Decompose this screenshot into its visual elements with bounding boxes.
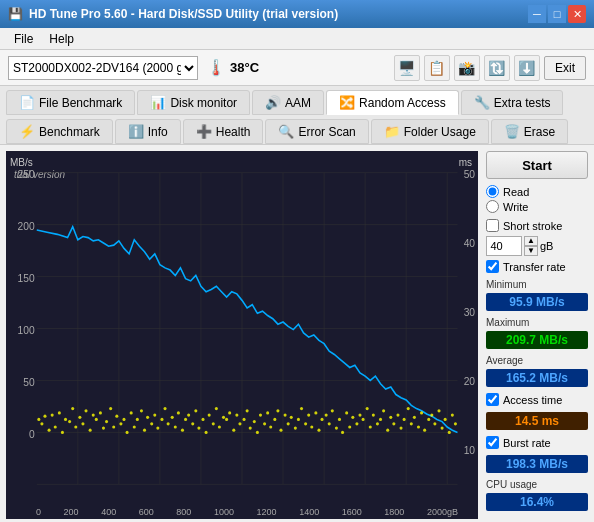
toolbar-icons: 🖥️ 📋 📸 🔃 ⬇️ Exit [394,55,586,81]
tab-extra-tests[interactable]: 🔧 Extra tests [461,90,564,115]
x-axis-labels: 0 200 400 600 800 1000 1200 1400 1600 18… [36,507,458,517]
tab-aam[interactable]: 🔊 AAM [252,90,324,115]
drive-select[interactable]: ST2000DX002-2DV164 (2000 gB) [8,56,198,80]
access-time-input[interactable] [486,393,499,406]
tab-disk-monitor[interactable]: 📊 Disk monitor [137,90,250,115]
read-radio[interactable]: Read [486,185,588,198]
thermometer-icon: 🌡️ [206,58,226,77]
svg-point-62 [153,413,156,416]
icon-btn-4[interactable]: 🔃 [484,55,510,81]
svg-point-91 [253,420,256,423]
svg-point-103 [294,426,297,429]
erase-icon: 🗑️ [504,124,520,139]
tab-bar: 📄 File Benchmark 📊 Disk monitor 🔊 AAM 🔀 … [0,86,594,145]
svg-point-77 [205,431,208,434]
svg-text:0: 0 [29,428,35,440]
svg-point-47 [102,426,105,429]
extra-tests-icon: 🔧 [474,95,490,110]
average-value: 165.2 MB/s [486,369,588,387]
svg-text:100: 100 [18,324,35,336]
svg-point-100 [284,413,287,416]
transfer-rate-checkbox[interactable]: Transfer rate [486,260,588,273]
svg-point-101 [287,422,290,425]
svg-point-92 [256,431,259,434]
icon-btn-3[interactable]: 📸 [454,55,480,81]
menu-file[interactable]: File [6,30,41,48]
svg-point-76 [201,418,204,421]
x-label-200: 200 [64,507,79,517]
icon-btn-2[interactable]: 📋 [424,55,450,81]
svg-point-50 [112,425,115,428]
svg-point-33 [54,425,57,428]
start-button[interactable]: Start [486,151,588,179]
svg-text:200: 200 [18,220,35,232]
svg-point-39 [74,425,77,428]
spin-up-button[interactable]: ▲ [524,236,538,246]
svg-point-118 [345,411,348,414]
close-button[interactable]: ✕ [568,5,586,23]
svg-point-142 [427,418,430,421]
toolbar: ST2000DX002-2DV164 (2000 gB) 🌡️ 38°C 🖥️ … [0,50,594,86]
icon-btn-1[interactable]: 🖥️ [394,55,420,81]
tab-random-access[interactable]: 🔀 Random Access [326,90,459,115]
svg-point-106 [304,422,307,425]
chart-container: MB/s ms trial version 250 200 [6,151,478,519]
x-label-1400: 1400 [299,507,319,517]
burst-rate-value: 198.3 MB/s [486,455,588,473]
svg-point-127 [376,422,379,425]
svg-point-56 [133,425,136,428]
svg-point-78 [208,413,211,416]
svg-point-140 [420,411,423,414]
burst-rate-input[interactable] [486,436,499,449]
svg-point-81 [218,425,221,428]
svg-point-136 [407,407,410,410]
short-stroke-checkbox[interactable]: Short stroke [486,219,588,232]
access-time-checkbox[interactable]: Access time [486,393,588,406]
folder-usage-icon: 📁 [384,124,400,139]
svg-point-96 [269,425,272,428]
svg-point-51 [115,415,118,418]
tab-aam-label: AAM [285,96,311,110]
minimum-value: 95.9 MB/s [486,293,588,311]
tab-info[interactable]: ℹ️ Info [115,119,181,144]
svg-point-111 [320,418,323,421]
svg-point-44 [92,413,95,416]
write-radio[interactable]: Write [486,200,588,213]
svg-point-86 [235,413,238,416]
tab-error-scan[interactable]: 🔍 Error Scan [265,119,368,144]
tab-erase[interactable]: 🗑️ Erase [491,119,568,144]
svg-point-80 [215,407,218,410]
svg-point-46 [99,411,102,414]
exit-button[interactable]: Exit [544,56,586,80]
svg-point-79 [212,422,215,425]
svg-point-105 [300,407,303,410]
svg-text:20: 20 [464,375,476,387]
svg-point-60 [146,416,149,419]
short-stroke-input[interactable] [486,219,499,232]
svg-point-88 [243,418,246,421]
svg-point-49 [109,407,112,410]
read-radio-input[interactable] [486,185,499,198]
transfer-rate-input[interactable] [486,260,499,273]
tab-folder-usage[interactable]: 📁 Folder Usage [371,119,489,144]
svg-point-67 [171,416,174,419]
tab-benchmark-label: Benchmark [39,125,100,139]
svg-point-36 [64,418,67,421]
x-label-1200: 1200 [257,507,277,517]
tab-benchmark[interactable]: ⚡ Benchmark [6,119,113,144]
spin-down-button[interactable]: ▼ [524,246,538,256]
svg-point-57 [136,418,139,421]
menu-help[interactable]: Help [41,30,82,48]
tab-file-benchmark[interactable]: 📄 File Benchmark [6,90,135,115]
icon-btn-5[interactable]: ⬇️ [514,55,540,81]
gb-spinbox[interactable] [486,236,522,256]
tab-health[interactable]: ➕ Health [183,119,264,144]
tab-error-scan-label: Error Scan [298,125,355,139]
svg-point-42 [84,409,87,412]
burst-rate-checkbox[interactable]: Burst rate [486,436,588,449]
tab-extra-tests-label: Extra tests [494,96,551,110]
minimize-button[interactable]: ─ [528,5,546,23]
write-radio-input[interactable] [486,200,499,213]
svg-point-54 [126,431,129,434]
maximize-button[interactable]: □ [548,5,566,23]
